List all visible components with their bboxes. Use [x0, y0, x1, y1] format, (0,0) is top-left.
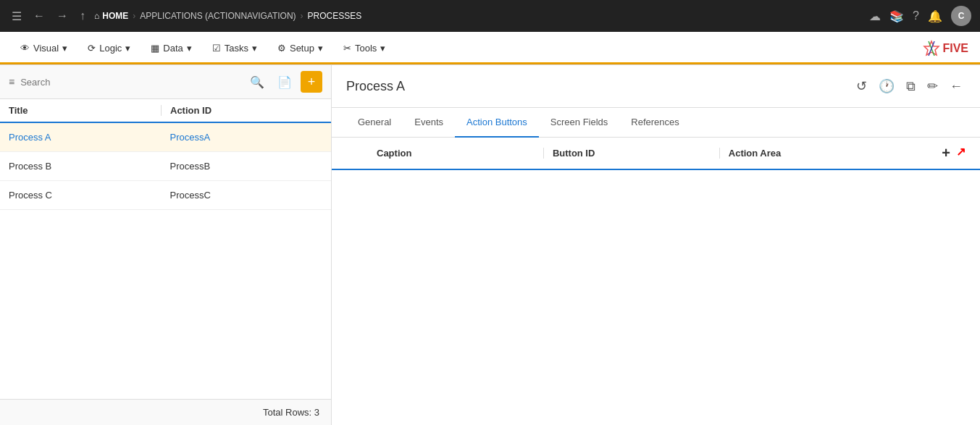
- back-arrow-icon[interactable]: ←: [947, 76, 966, 97]
- table-body: Process A ProcessA Process B ProcessB Pr…: [0, 123, 331, 399]
- tab-references[interactable]: References: [619, 108, 690, 138]
- cloud-icon[interactable]: ☁: [869, 9, 881, 23]
- row-action-id-process-c: ProcessC: [162, 190, 323, 201]
- table-header: Title Action ID: [0, 99, 331, 123]
- copy-icon[interactable]: ⧉: [903, 76, 918, 97]
- add-record-button[interactable]: +: [301, 71, 322, 93]
- process-title: Process A: [346, 79, 845, 94]
- tasks-icon: ☑: [212, 43, 221, 54]
- tasks-label: Tasks: [225, 43, 248, 54]
- tab-general[interactable]: General: [346, 108, 403, 138]
- main-area: ≡ 🔍 📄 + Title Action ID Process A Proces…: [0, 65, 980, 425]
- col-title-header: Title: [9, 105, 161, 116]
- menu-item-data[interactable]: ▦ Data ▾: [142, 38, 200, 58]
- data-arrow: ▾: [187, 43, 192, 54]
- tab-events[interactable]: Events: [403, 108, 455, 138]
- left-footer: Total Rows: 3: [0, 399, 331, 425]
- setup-icon: ⚙: [277, 43, 286, 54]
- undo-icon[interactable]: ↺: [853, 75, 870, 97]
- menu-item-logic[interactable]: ⟳ Logic ▾: [79, 38, 139, 58]
- top-bar-left: ☰ ← → ↑ ⌂ HOME › APPLICATIONS (ACTIONNAV…: [9, 7, 863, 26]
- history-icon[interactable]: 🕐: [876, 75, 897, 97]
- col-caption-header: Caption: [377, 148, 544, 159]
- breadcrumb-processes[interactable]: PROCESSES: [308, 11, 362, 21]
- header-actions: ↺ 🕐 ⧉ ✏ ←: [853, 75, 966, 97]
- five-logo: FIVE: [923, 40, 968, 57]
- col-button-id-header: Button ID: [544, 148, 720, 159]
- tab-screen-fields[interactable]: Screen Fields: [539, 108, 619, 138]
- data-icon: ▦: [151, 43, 159, 54]
- top-bar-right: ☁ 📚 ? 🔔 C: [869, 6, 971, 26]
- table-row[interactable]: Process C ProcessC: [0, 181, 331, 210]
- table-row[interactable]: Process A ProcessA: [0, 123, 331, 152]
- tab-action-buttons[interactable]: Action Buttons: [455, 108, 539, 138]
- left-panel: ≡ 🔍 📄 + Title Action ID Process A Proces…: [0, 65, 332, 425]
- content-area: Caption Button ID Action Area + ↗: [332, 138, 980, 425]
- avatar[interactable]: C: [951, 6, 971, 26]
- tabs-bar: General Events Action Buttons Screen Fie…: [332, 108, 980, 138]
- back-icon[interactable]: ←: [30, 7, 48, 25]
- five-logo-icon: [923, 40, 940, 57]
- add-row-button[interactable]: +: [939, 145, 953, 161]
- forward-icon[interactable]: →: [54, 7, 71, 25]
- row-action-id-process-b: ProcessB: [162, 161, 323, 172]
- search-magnifier-icon[interactable]: 🔍: [246, 74, 269, 91]
- menu-item-tools[interactable]: ✂ Tools ▾: [335, 38, 394, 58]
- edit-icon[interactable]: ✏: [924, 75, 941, 97]
- menu-item-visual[interactable]: 👁 Visual ▾: [12, 38, 76, 58]
- setup-arrow: ▾: [318, 43, 323, 54]
- breadcrumb-applications[interactable]: APPLICATIONS (ACTIONNAVIGATION): [140, 11, 296, 21]
- col-action-area-header: Action Area: [720, 148, 939, 159]
- tasks-arrow: ▾: [252, 43, 257, 54]
- library-icon[interactable]: 📚: [889, 9, 904, 23]
- row-title-process-c: Process C: [9, 190, 162, 201]
- process-header: Process A ↺ 🕐 ⧉ ✏ ←: [332, 65, 980, 108]
- content-table-header: Caption Button ID Action Area + ↗: [332, 138, 980, 170]
- arrow-indicator: ↗: [956, 145, 966, 159]
- document-icon[interactable]: 📄: [273, 74, 296, 91]
- home-label: HOME: [102, 11, 128, 21]
- search-right: 🔍 📄 +: [246, 71, 322, 93]
- menu-item-setup[interactable]: ⚙ Setup ▾: [269, 38, 332, 58]
- home-icon: ⌂: [94, 11, 99, 21]
- visual-arrow: ▾: [62, 43, 67, 54]
- menu-bar: 👁 Visual ▾ ⟳ Logic ▾ ▦ Data ▾ ☑ Tasks ▾ …: [0, 32, 980, 65]
- row-title-process-b: Process B: [9, 161, 162, 172]
- search-input[interactable]: [20, 77, 240, 88]
- breadcrumb-sep-1: ›: [133, 11, 135, 21]
- tools-icon: ✂: [343, 43, 351, 54]
- breadcrumb-sep-2: ›: [301, 11, 303, 21]
- tools-label: Tools: [355, 43, 377, 54]
- right-panel: Process A ↺ 🕐 ⧉ ✏ ← General Events Actio…: [332, 65, 980, 425]
- help-icon[interactable]: ?: [913, 9, 919, 22]
- breadcrumb: ⌂ HOME › APPLICATIONS (ACTIONNAVIGATION)…: [94, 11, 361, 21]
- home-breadcrumb[interactable]: ⌂ HOME: [94, 11, 128, 21]
- filter-icon[interactable]: ≡: [9, 76, 14, 88]
- up-icon[interactable]: ↑: [77, 7, 88, 25]
- menu-icon[interactable]: ☰: [9, 7, 25, 26]
- logic-arrow: ▾: [125, 43, 130, 54]
- logic-icon: ⟳: [88, 43, 96, 54]
- menu-item-tasks[interactable]: ☑ Tasks ▾: [204, 38, 266, 58]
- top-bar: ☰ ← → ↑ ⌂ HOME › APPLICATIONS (ACTIONNAV…: [0, 0, 980, 32]
- notification-icon[interactable]: 🔔: [928, 9, 942, 23]
- col-action-id-header: Action ID: [161, 105, 322, 116]
- visual-label: Visual: [33, 43, 59, 54]
- search-bar: ≡ 🔍 📄 +: [0, 65, 331, 99]
- row-action-id-process-a: ProcessA: [162, 132, 323, 143]
- logic-label: Logic: [99, 43, 122, 54]
- tools-arrow: ▾: [380, 43, 385, 54]
- visual-icon: 👁: [20, 43, 30, 54]
- total-rows-label: Total Rows: 3: [263, 407, 319, 418]
- five-logo-text: FIVE: [942, 42, 968, 55]
- data-label: Data: [163, 43, 183, 54]
- row-title-process-a: Process A: [9, 132, 162, 143]
- setup-label: Setup: [290, 43, 314, 54]
- table-row[interactable]: Process B ProcessB: [0, 152, 331, 181]
